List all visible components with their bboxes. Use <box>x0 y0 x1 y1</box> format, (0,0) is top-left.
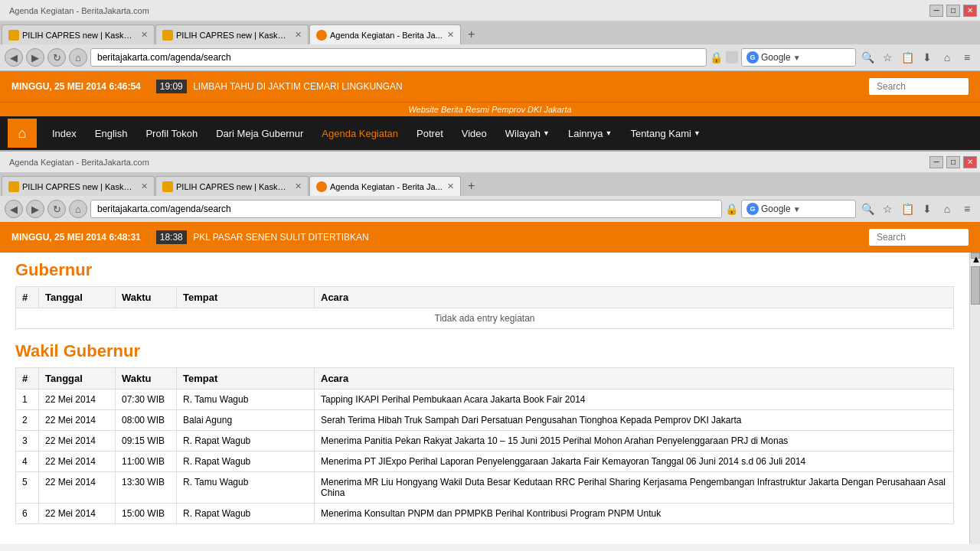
close-button-2[interactable]: ✕ <box>963 156 977 168</box>
no-entry-text: Tidak ada entry kegiatan <box>16 308 954 329</box>
news-time: 19:09 <box>156 80 187 93</box>
tab2-close-2[interactable]: ✕ <box>295 181 302 191</box>
datetime-display: MINGGU, 25 MEI 2014 6:46:54 <box>11 81 141 92</box>
address-input[interactable] <box>90 48 707 67</box>
cell-tempat: R. Tamu Wagub <box>177 390 315 410</box>
table-row: 1 22 Mei 2014 07:30 WIB R. Tamu Wagub Ta… <box>16 390 954 410</box>
wilayah-dropdown-icon: ▼ <box>543 129 550 137</box>
cell-acara: Serah Terima Hibah Truk Sampah Dari Pers… <box>315 410 954 431</box>
menu-button-2[interactable]: ≡ <box>959 200 975 218</box>
refresh-button[interactable]: ↻ <box>47 48 66 67</box>
tab-close-2[interactable]: ✕ <box>295 30 302 40</box>
nav-video-label: Video <box>462 128 487 139</box>
window-controls: ─ □ ✕ <box>929 5 977 17</box>
address-input-2[interactable] <box>90 200 722 218</box>
tab2-favicon-2 <box>162 181 173 192</box>
cell-tanggal: 22 Mei 2014 <box>39 504 116 524</box>
nav-item-wilayah[interactable]: Wilayah ▼ <box>496 116 559 150</box>
tab-1[interactable]: PILIH CAPRES new | Kaskus... ✕ <box>2 24 155 44</box>
wakil-col-acara: Acara <box>315 368 954 390</box>
back-button[interactable]: ◀ <box>5 48 23 67</box>
cell-waktu: 08:00 WIB <box>116 410 177 431</box>
tab-title-1: PILIH CAPRES new | Kaskus... <box>22 31 136 40</box>
nav-item-potret[interactable]: Potret <box>407 116 452 150</box>
tab-3[interactable]: Agenda Kegiatan - Berita Ja... ✕ <box>309 24 461 44</box>
cell-acara: Menerima MR Liu Hongyang Wakil Duta Besa… <box>315 472 954 504</box>
tab2-close-1[interactable]: ✕ <box>141 181 148 191</box>
home-button-2[interactable]: ⌂ <box>69 200 87 218</box>
tab2-1[interactable]: PILIH CAPRES new | Kaskus... ✕ <box>2 176 155 196</box>
tab2-3[interactable]: Agenda Kegiatan - Berita Ja... ✕ <box>309 176 461 196</box>
home-page-button-2[interactable]: ⌂ <box>939 200 956 218</box>
scrollbar[interactable]: ▲ <box>969 253 980 544</box>
nav-item-agenda[interactable]: Agenda Kegiatan <box>312 116 407 150</box>
nav-item-index[interactable]: Index <box>43 116 86 150</box>
cell-tempat: R. Rapat Wagub <box>177 504 315 524</box>
minimize-button[interactable]: ─ <box>929 5 943 17</box>
nav-profil-label: Profil Tokoh <box>145 128 198 139</box>
tab2-title-2: PILIH CAPRES new | Kaskus... <box>176 182 290 191</box>
forward-button-2[interactable]: ▶ <box>26 200 44 218</box>
tab-favicon-3 <box>316 30 327 41</box>
site-search-input-2[interactable] <box>869 229 969 246</box>
scrollbar-up-arrow[interactable]: ▲ <box>971 253 980 259</box>
minimize-button-2[interactable]: ─ <box>929 156 943 168</box>
download-button-2[interactable]: ⬇ <box>919 200 936 218</box>
search-engine-label-2: Google <box>761 204 791 214</box>
search-button[interactable]: 🔍 <box>859 48 876 67</box>
cell-num: 2 <box>16 410 39 431</box>
nav-item-lainnya[interactable]: Lainnya ▼ <box>559 116 621 150</box>
bookmark-star-2[interactable]: ☆ <box>879 200 896 218</box>
cell-tempat: R. Rapat Wagub <box>177 452 315 472</box>
bookmark-list-2[interactable]: 📋 <box>899 200 916 218</box>
menu-button[interactable]: ≡ <box>959 48 975 67</box>
search-button-2[interactable]: 🔍 <box>859 200 876 218</box>
nav-item-dari-meja[interactable]: Dari Meja Gubernur <box>207 116 312 150</box>
scrollbar-thumb[interactable] <box>971 266 980 305</box>
wakil-gubernur-table: # Tanggal Waktu Tempat Acara 1 22 Mei 20… <box>15 367 954 524</box>
new-tab-button[interactable]: + <box>462 24 482 44</box>
tab2-2[interactable]: PILIH CAPRES new | Kaskus... ✕ <box>155 176 309 196</box>
search-engine-box-2[interactable]: G Google ▼ <box>741 200 856 218</box>
tab-close-3[interactable]: ✕ <box>447 30 454 40</box>
wakil-table-header: # Tanggal Waktu Tempat Acara <box>16 368 954 390</box>
gubernur-title: Gubernur <box>15 260 954 280</box>
nav-index-label: Index <box>52 128 77 139</box>
back-button-2[interactable]: ◀ <box>5 200 23 218</box>
bookmark-star[interactable]: ☆ <box>879 48 896 67</box>
cell-tempat: R. Tamu Wagub <box>177 472 315 504</box>
forward-button[interactable]: ▶ <box>26 48 44 67</box>
bookmark-list[interactable]: 📋 <box>899 48 916 67</box>
cell-waktu: 15:00 WIB <box>116 504 177 524</box>
home-page-button[interactable]: ⌂ <box>939 48 956 67</box>
search-engine-box[interactable]: G Google ▼ <box>741 48 856 67</box>
gubernur-table-header: # Tanggal Waktu Tempat Acara <box>16 287 954 308</box>
lainnya-dropdown-icon: ▼ <box>605 129 612 137</box>
search-dropdown-icon-2: ▼ <box>793 205 801 214</box>
download-button[interactable]: ⬇ <box>919 48 936 67</box>
gubernur-no-entry-row: Tidak ada entry kegiatan <box>16 308 954 329</box>
news-text: LIMBAH TAHU DI JAKTIM CEMARI LINGKUNGAN <box>193 81 403 92</box>
title-bar-2: Agenda Kegiatan - BeritaJakarta.com ─ □ … <box>0 152 980 173</box>
maximize-button-2[interactable]: □ <box>946 156 960 168</box>
cell-tempat: R. Rapat Wagub <box>177 431 315 452</box>
maximize-button[interactable]: □ <box>946 5 960 17</box>
cell-tanggal: 22 Mei 2014 <box>39 452 116 472</box>
refresh-button-2[interactable]: ↻ <box>47 200 66 218</box>
new-tab-button-2[interactable]: + <box>462 176 482 196</box>
tab2-close-3[interactable]: ✕ <box>447 181 454 191</box>
nav-item-profil-tokoh[interactable]: Profil Tokoh <box>136 116 207 150</box>
nav-item-video[interactable]: Video <box>452 116 496 150</box>
datetime-display-2: MINGGU, 25 MEI 2014 6:48:31 <box>11 232 141 243</box>
home-button[interactable]: ⌂ <box>69 48 87 67</box>
nav-home-button[interactable]: ⌂ <box>8 119 37 148</box>
wakil-gubernur-section: Wakil Gubernur # Tanggal Waktu Tempat Ac… <box>15 341 954 524</box>
nav-item-tentang[interactable]: Tentang Kami ▼ <box>621 116 709 150</box>
tentang-dropdown-icon: ▼ <box>694 129 701 137</box>
tab-2[interactable]: PILIH CAPRES new | Kaskus... ✕ <box>155 24 309 44</box>
tab-close-1[interactable]: ✕ <box>141 30 148 40</box>
site-search-input[interactable] <box>869 78 969 95</box>
close-button[interactable]: ✕ <box>963 5 977 17</box>
nav-item-english[interactable]: English <box>86 116 137 150</box>
tagline-bar: Website Berita Resmi Pemprov DKI Jakarta <box>0 102 980 116</box>
